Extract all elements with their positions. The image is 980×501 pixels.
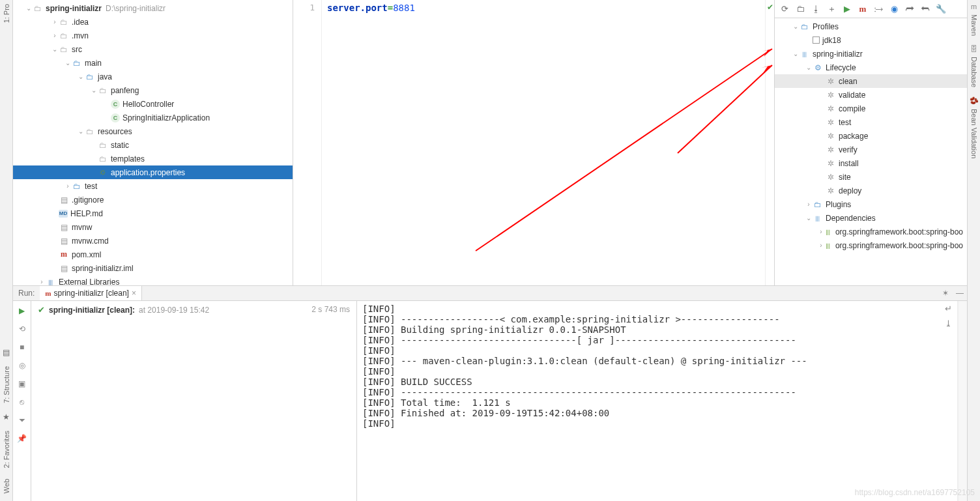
chevron-down-icon[interactable]: ⌄ — [805, 214, 813, 222]
maven-run-icon[interactable]: ▶ — [840, 2, 854, 16]
run-task-time: at 2019-09-19 15:42 — [139, 306, 209, 315]
maven-tree-row[interactable]: ·✲validate — [775, 88, 967, 102]
tree-label: src — [72, 45, 82, 54]
tree-row[interactable]: ⌄🗀panfeng — [13, 83, 293, 97]
maven-tree-row[interactable]: ·✲verify — [775, 143, 967, 156]
tree-row[interactable]: ·▤mvnw.cmd — [13, 234, 293, 248]
maven-tree-row[interactable]: ·✲install — [775, 156, 967, 170]
properties-icon: ⛭ — [98, 167, 108, 178]
run-settings-icon[interactable]: ✶ — [938, 289, 953, 298]
filter-icon[interactable]: ⏷ — [16, 414, 28, 426]
tree-row[interactable]: ›🗀.mvn — [13, 29, 293, 42]
left-icon-favorites[interactable]: ★ — [3, 411, 10, 423]
chevron-down-icon[interactable]: ⌄ — [25, 5, 33, 12]
run-tool-window: Run: m spring-initializr [clean] × ✶ — ▶… — [13, 286, 967, 501]
target-icon[interactable]: ◎ — [16, 360, 28, 371]
maven-tree-row[interactable]: ›🗀Plugins — [775, 197, 967, 211]
maven-tree-row[interactable]: ·✲deploy — [775, 184, 967, 197]
tree-row[interactable]: ·CSpringInitializrApplication — [13, 111, 293, 124]
markdown-icon: MD — [59, 210, 68, 218]
right-tab-database[interactable]: Database — [970, 54, 978, 90]
tree-row-root[interactable]: ⌄🗀spring-initializrD:\spring-initializr — [13, 1, 293, 15]
chevron-down-icon[interactable]: ⌄ — [77, 128, 85, 135]
maven-tree-row[interactable]: ·✲package — [775, 129, 967, 143]
chevron-right-icon[interactable]: › — [818, 242, 824, 249]
tree-row[interactable]: ·▤spring-initializr.iml — [13, 261, 293, 275]
chevron-down-icon[interactable]: ⌄ — [51, 46, 59, 53]
maven-tree-row[interactable]: ›⫼org.springframework.boot:spring-boo — [775, 238, 967, 252]
chevron-down-icon[interactable]: ⌄ — [77, 73, 85, 80]
camera-icon[interactable]: ▣ — [16, 378, 28, 390]
close-icon[interactable]: × — [132, 289, 136, 298]
editor[interactable]: 1 server.port=8881 ✔ — [293, 0, 774, 285]
left-tab-structure[interactable]: 7: Structure — [3, 364, 10, 406]
rerun-icon[interactable]: ▶ — [16, 305, 28, 317]
tree-row[interactable]: ·▤.gitignore — [13, 193, 293, 207]
checkbox-icon[interactable] — [813, 36, 820, 44]
tree-row[interactable]: ›⫼External Libraries — [13, 275, 293, 285]
maven-tree-row[interactable]: ·✲site — [775, 170, 967, 184]
right-tab-maven[interactable]: Maven — [970, 12, 978, 38]
tree-row[interactable]: ·🗀static — [13, 138, 293, 152]
tree-row[interactable]: ·CHelloController — [13, 97, 293, 111]
chevron-down-icon[interactable]: ⌄ — [64, 59, 72, 66]
maven-tree-row[interactable]: ›⫼org.springframework.boot:spring-boo — [775, 225, 967, 238]
chevron-right-icon[interactable]: › — [64, 182, 72, 190]
maven-tree-row[interactable]: ·✲test — [775, 115, 967, 129]
maven-tree-row[interactable]: ⌄⫼spring-initializr — [775, 47, 967, 61]
run-tab[interactable]: m spring-initializr [clean] × — [40, 286, 142, 300]
maven-reload-icon[interactable]: ⟳ — [777, 2, 792, 16]
maven-tree-row[interactable]: ·jdk18 — [775, 33, 967, 47]
maven-settings-icon[interactable]: 🔧 — [934, 2, 948, 16]
tree-row[interactable]: ·mpom.xml — [13, 248, 293, 261]
chevron-right-icon[interactable]: › — [805, 201, 813, 208]
chevron-right-icon[interactable]: › — [38, 278, 46, 285]
chevron-down-icon[interactable]: ⌄ — [90, 87, 98, 94]
tree-row[interactable]: ⌄🗀resources — [13, 124, 293, 138]
run-minimize-icon[interactable]: — — [953, 289, 967, 298]
maven-tree-row[interactable]: ⌄⫼Dependencies — [775, 211, 967, 225]
maven-add-icon[interactable]: ＋ — [824, 2, 839, 16]
scroll-end-icon[interactable]: ⤓ — [945, 319, 952, 328]
left-icon-structure[interactable]: ▤ — [3, 347, 10, 358]
chevron-right-icon[interactable]: › — [818, 228, 824, 235]
attach-icon[interactable]: ⟲ — [16, 323, 28, 335]
chevron-right-icon[interactable]: › — [51, 32, 59, 39]
tree-row[interactable]: ›🗀test — [13, 179, 293, 193]
tree-row[interactable]: ›🗀.idea — [13, 15, 293, 29]
pin-icon[interactable]: 📌 — [16, 433, 28, 444]
left-tab-web[interactable]: Web — [3, 476, 10, 496]
right-tab-bean[interactable]: Bean Validation — [970, 106, 978, 161]
maven-tree-row[interactable]: ·✲compile — [775, 102, 967, 115]
maven-tree-row[interactable]: ·✲clean — [775, 74, 967, 88]
stop-icon[interactable]: ■ — [16, 341, 28, 353]
chevron-down-icon[interactable]: ⌄ — [792, 23, 800, 30]
maven-collapse-icon[interactable]: ⮪ — [918, 2, 932, 16]
export-icon[interactable]: ⎋ — [16, 396, 28, 408]
chevron-down-icon[interactable]: ⌄ — [792, 50, 800, 57]
chevron-right-icon[interactable]: › — [51, 18, 59, 25]
console-output[interactable]: [INFO] [INFO] ------------------< com.ex… — [357, 301, 940, 501]
tree-row[interactable]: ·▤mvnw — [13, 220, 293, 234]
tree-row[interactable]: ⌄🗀src — [13, 42, 293, 56]
maven-tree-row[interactable]: ⌄⚙Lifecycle — [775, 61, 967, 74]
editor-code[interactable]: server.port=8881 — [322, 0, 765, 285]
tree-row[interactable]: ·⛭application.properties — [13, 165, 293, 179]
maven-sources-icon[interactable]: 🗀 — [793, 2, 807, 16]
softwrap-icon[interactable]: ↵ — [945, 304, 952, 313]
maven-download-icon[interactable]: ⭳ — [809, 2, 823, 16]
tree-row[interactable]: ⌄🗀java — [13, 70, 293, 83]
gear-icon: ✲ — [826, 76, 836, 87]
console-scrollbar[interactable] — [958, 301, 967, 501]
left-tab-project[interactable]: 1: Pro — [3, 1, 10, 25]
tree-row[interactable]: ⌄🗀main — [13, 56, 293, 70]
maven-skip-icon[interactable]: ⧴ — [871, 2, 886, 16]
maven-m-icon[interactable]: m — [856, 2, 870, 16]
maven-tree-row[interactable]: ⌄🗀Profiles — [775, 20, 967, 33]
left-tab-favorites[interactable]: 2: Favorites — [3, 428, 10, 470]
chevron-down-icon[interactable]: ⌄ — [805, 64, 813, 71]
tree-row[interactable]: ·MDHELP.md — [13, 207, 293, 220]
tree-row[interactable]: ·🗀templates — [13, 152, 293, 165]
maven-offline-icon[interactable]: ◉ — [887, 2, 901, 16]
maven-expand-icon[interactable]: ⮫ — [902, 2, 917, 16]
